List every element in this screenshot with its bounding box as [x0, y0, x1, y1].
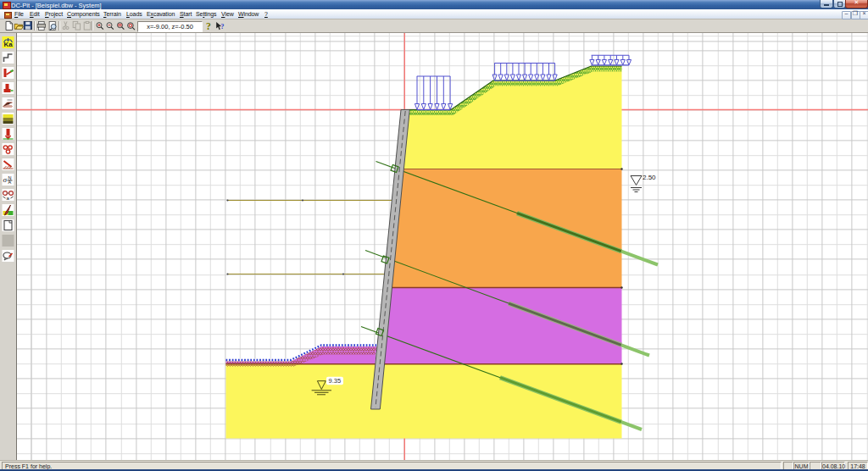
svg-text:2.50: 2.50	[643, 174, 656, 181]
svg-text:9.35: 9.35	[329, 377, 342, 385]
